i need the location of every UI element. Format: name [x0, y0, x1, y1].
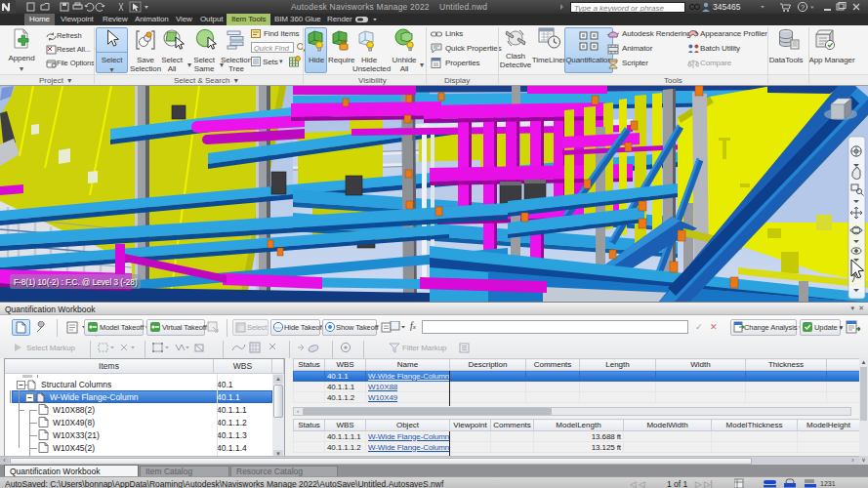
- svg-text:345465: 345465: [713, 2, 741, 12]
- svg-text:?: ?: [801, 3, 805, 12]
- svg-text:1231: 1231: [820, 480, 836, 487]
- svg-text:F-8(1) 10(-2) : F.C. @ Level 3: F-8(1) 10(-2) : F.C. @ Level 3 (-28): [14, 278, 138, 287]
